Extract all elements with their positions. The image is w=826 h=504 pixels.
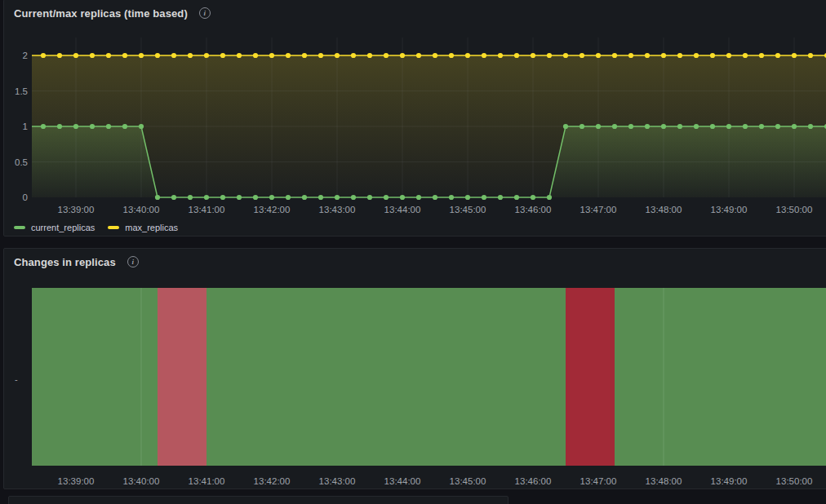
- y-axis-tick-label: 0.5: [15, 157, 28, 167]
- series-point-max_replicas: [759, 53, 764, 58]
- series-point-current_replicas: [482, 195, 486, 200]
- series-point-current_replicas: [139, 124, 144, 129]
- series-point-current_replicas: [122, 124, 127, 129]
- series-point-max_replicas: [710, 53, 715, 58]
- x-axis-tick-label: 13:43:00: [319, 205, 356, 214]
- series-point-current_replicas: [155, 195, 160, 200]
- series-point-current_replicas: [73, 124, 78, 129]
- series-point-max_replicas: [596, 53, 601, 58]
- timeline-state-segment: [206, 288, 566, 466]
- series-point-max_replicas: [563, 53, 568, 58]
- series-point-max_replicas: [41, 53, 46, 58]
- chart-legend: current_replicas max_replicas: [14, 221, 178, 234]
- x-axis-tick-label: 13:45:00: [450, 205, 486, 214]
- series-point-max_replicas: [122, 53, 127, 58]
- info-icon[interactable]: i: [199, 7, 211, 19]
- timeline-state-segment: [32, 288, 158, 466]
- panel-changes-in-replicas: 13:39:0013:40:0013:41:0013:42:0013:43:00…: [3, 248, 826, 489]
- series-point-max_replicas: [449, 53, 454, 58]
- series-point-current_replicas: [57, 124, 62, 129]
- series-point-current_replicas: [710, 124, 715, 129]
- series-point-current_replicas: [367, 195, 372, 200]
- timeline-row-label: -: [15, 374, 28, 384]
- x-axis-tick-label: 13:50:00: [776, 476, 813, 486]
- series-point-max_replicas: [188, 53, 193, 58]
- series-point-max_replicas: [531, 53, 535, 58]
- x-axis-tick-label: 13:46:00: [515, 205, 552, 214]
- series-point-current_replicas: [514, 195, 519, 200]
- series-point-current_replicas: [269, 195, 274, 200]
- x-axis-tick-label: 13:46:00: [515, 476, 552, 486]
- x-axis-tick-label: 13:43:00: [319, 476, 356, 486]
- timeline-state-segment: [566, 288, 615, 466]
- x-axis-tick-label: 13:49:00: [711, 476, 748, 486]
- series-point-current_replicas: [694, 124, 699, 129]
- series-point-current_replicas: [171, 195, 176, 200]
- series-point-current_replicas: [498, 195, 503, 200]
- series-point-current_replicas: [628, 124, 633, 129]
- x-axis-tick-label: 13:41:00: [189, 476, 225, 486]
- series-point-current_replicas: [449, 195, 454, 200]
- x-axis-tick-label: 13:40:00: [123, 476, 160, 486]
- x-axis-tick-label: 13:42:00: [254, 205, 291, 214]
- legend-item-current-replicas[interactable]: current_replicas: [14, 223, 95, 232]
- x-axis-tick-label: 13:44:00: [384, 205, 421, 214]
- series-point-current_replicas: [106, 124, 111, 129]
- series-point-max_replicas: [498, 53, 503, 58]
- series-point-max_replicas: [57, 53, 62, 58]
- y-axis-tick-label: 2: [23, 51, 28, 60]
- series-point-max_replicas: [269, 53, 274, 58]
- series-point-current_replicas: [286, 195, 291, 200]
- series-point-max_replicas: [726, 53, 731, 58]
- series-point-current_replicas: [775, 124, 780, 129]
- timeline-state-segment: [615, 288, 826, 466]
- series-point-max_replicas: [645, 53, 650, 58]
- panel-title[interactable]: Changes in replicas: [14, 256, 116, 268]
- series-point-max_replicas: [694, 53, 699, 58]
- x-axis-tick-label: 13:41:00: [189, 205, 225, 214]
- series-point-current_replicas: [335, 195, 340, 200]
- x-axis-tick-label: 13:44:00: [384, 476, 421, 486]
- series-point-max_replicas: [808, 53, 813, 58]
- panel-header: Changes in replicas i: [14, 253, 139, 271]
- x-axis-tick-label: 13:47:00: [580, 476, 617, 486]
- panel-partial-next: [8, 496, 508, 504]
- series-point-max_replicas: [661, 53, 666, 58]
- legend-label: max_replicas: [125, 223, 178, 232]
- series-point-max_replicas: [612, 53, 617, 58]
- series-point-max_replicas: [139, 53, 144, 58]
- series-point-current_replicas: [531, 195, 535, 200]
- series-point-current_replicas: [677, 124, 682, 129]
- series-point-current_replicas: [661, 124, 666, 129]
- series-point-max_replicas: [465, 53, 470, 58]
- x-axis-tick-label: 13:40:00: [123, 205, 160, 214]
- state-timeline-chart[interactable]: 13:39:0013:40:0013:41:0013:42:0013:43:00…: [4, 249, 826, 490]
- series-point-max_replicas: [628, 53, 633, 58]
- series-point-current_replicas: [612, 124, 617, 129]
- series-point-max_replicas: [286, 53, 291, 58]
- series-point-current_replicas: [743, 124, 748, 129]
- series-point-max_replicas: [367, 53, 372, 58]
- series-point-max_replicas: [514, 53, 519, 58]
- panel-title[interactable]: Current/max replicas (time based): [14, 7, 188, 20]
- x-axis-tick-label: 13:48:00: [646, 476, 682, 486]
- legend-swatch-yellow: [108, 226, 119, 229]
- series-point-max_replicas: [580, 53, 584, 58]
- series-point-current_replicas: [204, 195, 209, 200]
- series-point-current_replicas: [400, 195, 405, 200]
- panel-header: Current/max replicas (time based) i: [14, 4, 211, 22]
- series-point-current_replicas: [416, 195, 421, 200]
- series-point-max_replicas: [335, 53, 340, 58]
- info-icon[interactable]: i: [127, 256, 139, 267]
- series-point-max_replicas: [351, 53, 356, 58]
- series-point-max_replicas: [743, 53, 748, 58]
- series-point-current_replicas: [253, 195, 258, 200]
- series-point-current_replicas: [808, 124, 813, 129]
- legend-item-max-replicas[interactable]: max_replicas: [108, 223, 178, 232]
- x-axis-tick-label: 13:39:00: [58, 476, 95, 486]
- timeseries-chart[interactable]: 00.511.5213:39:0013:40:0013:41:0013:42:0…: [4, 0, 826, 237]
- series-point-max_replicas: [106, 53, 111, 58]
- series-point-max_replicas: [677, 53, 682, 58]
- series-point-max_replicas: [220, 53, 225, 58]
- x-axis-tick-label: 13:47:00: [580, 205, 617, 214]
